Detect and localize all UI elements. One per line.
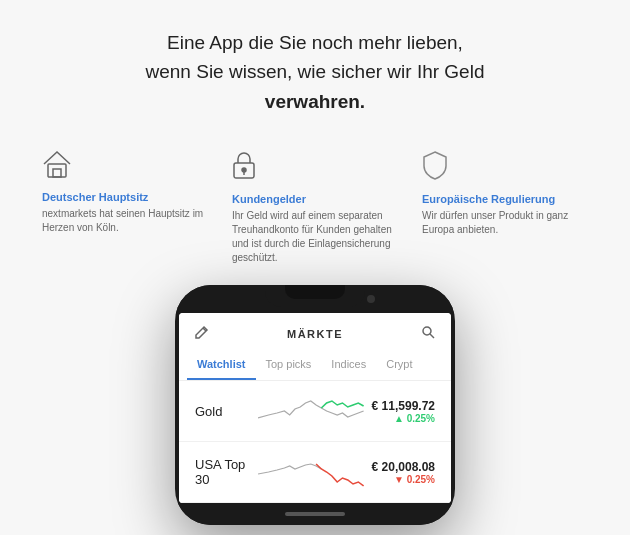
- app-title: MÄRKTE: [209, 328, 421, 340]
- edit-icon[interactable]: [195, 325, 209, 342]
- stock-item-gold[interactable]: Gold € 11,599.72 ▲ 0.25%: [179, 381, 451, 442]
- feature-regulierung-title: Europäische Regulierung: [422, 193, 588, 205]
- stock-price-gold: € 11,599.72: [372, 399, 435, 413]
- svg-rect-0: [48, 164, 66, 177]
- svg-point-3: [242, 168, 246, 172]
- hero-section: Eine App die Sie noch mehr lieben, wenn …: [0, 0, 630, 140]
- stock-change-usa-top30: ▼ 0.25%: [372, 474, 435, 485]
- svg-line-7: [430, 334, 434, 338]
- stock-info-usa-top30: € 20,008.08 ▼ 0.25%: [372, 460, 435, 485]
- house-icon: [42, 150, 208, 185]
- phone-mockup: MÄRKTE Watchlist Top picks: [175, 285, 455, 525]
- tab-crypto[interactable]: Crypt: [376, 350, 422, 380]
- stock-chart-gold: [258, 393, 364, 429]
- stock-name-usa-top30: USA Top 30: [195, 457, 250, 487]
- stock-chart-usa-top30: [258, 454, 364, 490]
- page-wrapper: Eine App die Sie noch mehr lieben, wenn …: [0, 0, 630, 525]
- feature-kundengelder-desc: Ihr Geld wird auf einem separaten Treuha…: [232, 209, 398, 265]
- feature-hauptsitz-desc: nextmarkets hat seinen Hauptsitz im Herz…: [42, 207, 208, 235]
- stock-info-gold: € 11,599.72 ▲ 0.25%: [372, 399, 435, 424]
- feature-hauptsitz: Deutscher Hauptsitz nextmarkets hat sein…: [30, 150, 220, 265]
- feature-regulierung-desc: Wir dürfen unser Produkt in ganz Europa …: [422, 209, 588, 237]
- camera-icon: [367, 295, 375, 303]
- tab-indices[interactable]: Indices: [321, 350, 376, 380]
- stock-name-gold: Gold: [195, 404, 250, 419]
- home-indicator: [285, 512, 345, 516]
- tab-top-picks[interactable]: Top picks: [256, 350, 322, 380]
- app-header: MÄRKTE: [179, 313, 451, 350]
- stock-price-usa-top30: € 20,008.08: [372, 460, 435, 474]
- features-section: Deutscher Hauptsitz nextmarkets hat sein…: [0, 140, 630, 265]
- search-icon[interactable]: [421, 325, 435, 342]
- phone-notch-bar: [175, 285, 455, 313]
- stock-change-gold: ▲ 0.25%: [372, 413, 435, 424]
- app-tabs: Watchlist Top picks Indices Crypt: [179, 350, 451, 381]
- hero-title: Eine App die Sie noch mehr lieben, wenn …: [60, 28, 570, 116]
- feature-kundengelder: Kundengelder Ihr Geld wird auf einem sep…: [220, 150, 410, 265]
- phone-notch: [265, 285, 365, 307]
- feature-kundengelder-title: Kundengelder: [232, 193, 398, 205]
- phone-screen: MÄRKTE Watchlist Top picks: [179, 313, 451, 503]
- lock-icon: [232, 150, 398, 187]
- phone-bottom-bar: [175, 503, 455, 525]
- stock-item-usa-top30[interactable]: USA Top 30 € 20,008.08 ▼ 0.25%: [179, 442, 451, 503]
- feature-hauptsitz-title: Deutscher Hauptsitz: [42, 191, 208, 203]
- tab-watchlist[interactable]: Watchlist: [187, 350, 256, 380]
- feature-regulierung: Europäische Regulierung Wir dürfen unser…: [410, 150, 600, 265]
- svg-rect-1: [53, 169, 61, 177]
- shield-icon: [422, 150, 588, 187]
- phone-area: MÄRKTE Watchlist Top picks: [0, 265, 630, 525]
- stock-list: Gold € 11,599.72 ▲ 0.25%: [179, 381, 451, 503]
- svg-point-6: [423, 327, 431, 335]
